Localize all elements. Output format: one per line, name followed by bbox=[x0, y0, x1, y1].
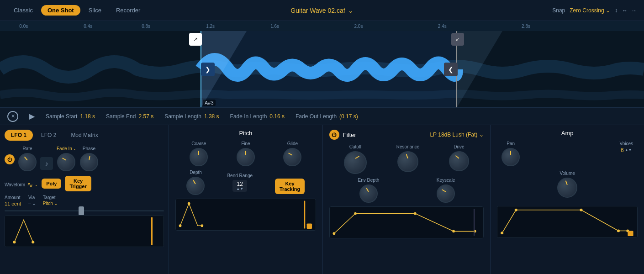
voices-stepper-control[interactable]: 6 ▲▼ bbox=[621, 147, 632, 153]
coarse-knob[interactable] bbox=[190, 148, 208, 166]
bottom-panel: LFO 1 LFO 2 Mod Matrix ⏻ Rate ♪ Fade In … bbox=[0, 125, 644, 274]
pan-knob[interactable] bbox=[501, 148, 520, 166]
fine-knob[interactable] bbox=[237, 148, 255, 166]
fade-in-knob[interactable] bbox=[57, 153, 75, 171]
sample-length-value[interactable]: 1.38 s bbox=[204, 113, 219, 120]
svg-point-11 bbox=[179, 224, 182, 227]
cutoff-knob[interactable] bbox=[344, 151, 367, 174]
depth-knob[interactable] bbox=[186, 177, 205, 195]
file-dropdown-icon[interactable]: ⌄ bbox=[348, 7, 354, 14]
amount-value: 11 cent bbox=[5, 201, 21, 206]
scroll-left-button[interactable]: ❯ bbox=[201, 63, 215, 76]
keyscale-knob[interactable] bbox=[437, 184, 455, 203]
keyscale-label: Keyscale bbox=[437, 178, 455, 183]
fade-in-group: Fade In Length 0.16 s bbox=[230, 113, 285, 120]
file-name: Guitar Wave 02.caf bbox=[290, 7, 345, 14]
fade-out-group: Fade Out Length (0.17 s) bbox=[296, 113, 358, 120]
start-handle[interactable]: ↗ bbox=[189, 33, 202, 46]
drive-knob[interactable] bbox=[449, 151, 469, 171]
filter-top-knobs: Cutoff Resonance Drive bbox=[329, 144, 484, 174]
phase-knob[interactable] bbox=[80, 153, 98, 171]
ruler-mark-7: 2.8s bbox=[522, 24, 530, 29]
filter-type-chevron-icon: ⌄ bbox=[479, 132, 484, 138]
svg-rect-6 bbox=[5, 216, 164, 247]
transport-bar: ✕ ▶ Sample Start 1.18 s Sample End 2.57 … bbox=[0, 108, 644, 125]
tab-recorder[interactable]: Recorder bbox=[110, 5, 147, 16]
voices-arrows-icon[interactable]: ▲▼ bbox=[625, 148, 632, 152]
pitch-section: Pitch Coarse Fine Glide Depth Bend Range bbox=[169, 125, 323, 274]
note-label: A#3 bbox=[203, 100, 216, 106]
svg-point-20 bbox=[452, 230, 455, 233]
tab-oneshot[interactable]: One Shot bbox=[41, 5, 80, 16]
svg-rect-16 bbox=[330, 207, 484, 238]
rate-knob[interactable] bbox=[18, 153, 37, 171]
drive-knob-group: Drive bbox=[449, 144, 469, 174]
lfo-slider[interactable] bbox=[5, 210, 164, 211]
play-button[interactable]: ▶ bbox=[29, 112, 35, 121]
pitch-bottom-row: Depth Bend Range 12 ▲▼ KeyTracking bbox=[175, 170, 316, 195]
pitch-top-knobs: Coarse Fine Glide bbox=[175, 141, 316, 166]
resonance-knob[interactable] bbox=[397, 151, 418, 172]
env-depth-knob[interactable] bbox=[359, 184, 378, 203]
lfo2-tab[interactable]: LFO 2 bbox=[35, 130, 63, 141]
filter-env-graph bbox=[329, 206, 484, 238]
amount-group: Amount 11 cent bbox=[5, 195, 21, 206]
target-value[interactable]: Pitch ⌄ bbox=[43, 201, 58, 206]
waveform-svg bbox=[0, 31, 644, 108]
end-handle[interactable]: ↙ bbox=[451, 33, 464, 46]
fade-in-chevron-icon[interactable]: ⌄ bbox=[73, 147, 76, 151]
bend-range-stepper[interactable]: 12 ▲▼ bbox=[232, 180, 247, 192]
fade-in-value[interactable]: 0.16 s bbox=[269, 113, 285, 120]
timeline-ruler: 0.0s 0.4s 0.8s 1.2s 1.6s 2.0s 2.4s 2.8s bbox=[0, 21, 644, 31]
volume-knob[interactable] bbox=[557, 178, 577, 198]
sample-length-label: Sample Length bbox=[164, 113, 201, 120]
sample-start-value[interactable]: 1.18 s bbox=[80, 113, 95, 120]
via-chevron-icon: ⌄ bbox=[32, 201, 36, 206]
env-depth-label: Env Depth bbox=[358, 178, 380, 183]
svg-point-24 bbox=[501, 232, 503, 234]
svg-rect-10 bbox=[176, 199, 316, 230]
glide-knob-group: Glide bbox=[283, 141, 301, 166]
via-label: Via bbox=[28, 195, 36, 200]
file-title[interactable]: Guitar Wave 02.caf ⌄ bbox=[290, 7, 353, 14]
stepper-arrows[interactable]: ▲▼ bbox=[236, 187, 243, 191]
amp-title: Amp bbox=[497, 130, 638, 137]
svg-point-27 bbox=[617, 230, 620, 232]
volume-label: Volume bbox=[560, 171, 575, 176]
sample-end-value[interactable]: 2.57 s bbox=[138, 113, 153, 120]
waveform-chevron-icon[interactable]: ⌄ bbox=[35, 183, 38, 187]
fade-out-value[interactable]: (0.17 s) bbox=[339, 113, 358, 120]
pitch-env-graph bbox=[175, 199, 316, 231]
more-options-icon[interactable]: ··· bbox=[632, 7, 637, 14]
tab-slice[interactable]: Slice bbox=[82, 5, 108, 16]
stop-button[interactable]: ✕ bbox=[7, 111, 18, 122]
lfo-power-button[interactable]: ⏻ bbox=[5, 154, 15, 164]
snap-value[interactable]: Zero Crossing ⌄ bbox=[570, 7, 610, 14]
svg-point-18 bbox=[354, 212, 357, 215]
fade-in-knob-group: Fade In ⌄ bbox=[57, 146, 76, 171]
poly-button[interactable]: Poly bbox=[42, 179, 61, 189]
lfo1-tab[interactable]: LFO 1 bbox=[5, 130, 33, 141]
glide-knob[interactable] bbox=[283, 148, 301, 166]
key-trigger-button[interactable]: KeyTrigger bbox=[65, 176, 91, 191]
svg-rect-23 bbox=[497, 206, 637, 237]
filter-type[interactable]: LP 18dB Lush (Fat) ⌄ bbox=[430, 132, 484, 138]
voices-label: Voices bbox=[620, 141, 633, 146]
key-tracking-button[interactable]: KeyTracking bbox=[275, 179, 305, 194]
cutoff-knob-group: Cutoff bbox=[344, 144, 367, 174]
tab-classic[interactable]: Classic bbox=[7, 5, 39, 16]
ruler-mark-1: 0.4s bbox=[84, 24, 92, 29]
note-icon[interactable]: ♪ bbox=[40, 157, 53, 170]
fade-in-label: Fade In Length bbox=[230, 113, 267, 120]
zoom-horizontal-icon[interactable]: ↔ bbox=[622, 7, 628, 14]
filter-power-button[interactable]: ⏻ bbox=[329, 130, 339, 140]
via-value[interactable]: – ⌄ bbox=[28, 201, 36, 206]
amp-env-graph bbox=[497, 206, 638, 238]
voices-value: 6 bbox=[621, 147, 624, 153]
mod-matrix-tab[interactable]: Mod Matrix bbox=[64, 130, 104, 141]
svg-rect-15 bbox=[307, 223, 312, 229]
waveform-canvas[interactable]: ↗ ↙ ❯ ❮ A#3 bbox=[0, 31, 644, 108]
scroll-right-button[interactable]: ❮ bbox=[444, 63, 458, 76]
zoom-vertical-icon[interactable]: ↕ bbox=[615, 7, 618, 14]
rate-label: Rate bbox=[22, 146, 32, 151]
